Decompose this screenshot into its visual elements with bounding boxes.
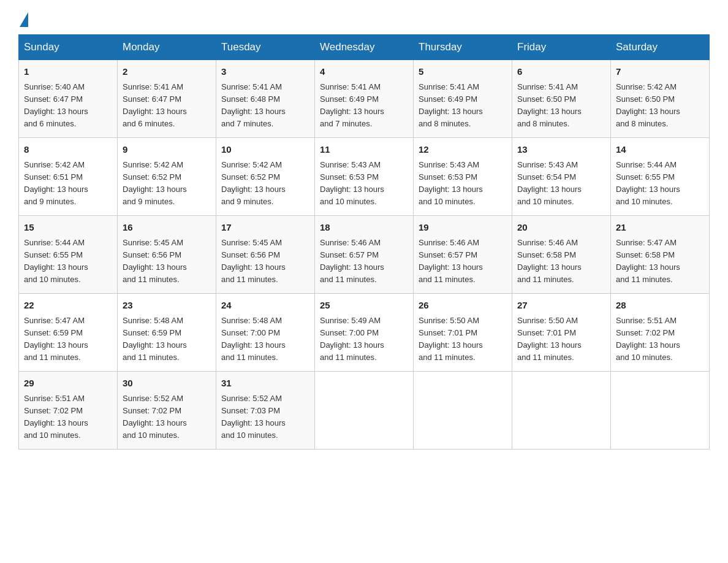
calendar-cell: 1Sunrise: 5:40 AMSunset: 6:47 PMDaylight… <box>19 60 118 138</box>
calendar-cell: 9Sunrise: 5:42 AMSunset: 6:52 PMDaylight… <box>118 138 216 216</box>
calendar-cell: 27Sunrise: 5:50 AMSunset: 7:01 PMDayligh… <box>512 294 611 372</box>
day-number: 31 <box>221 377 309 391</box>
calendar-cell: 22Sunrise: 5:47 AMSunset: 6:59 PMDayligh… <box>19 294 118 372</box>
day-info: Sunrise: 5:40 AMSunset: 6:47 PMDaylight:… <box>24 81 112 131</box>
day-number: 18 <box>320 221 408 235</box>
day-info: Sunrise: 5:41 AMSunset: 6:49 PMDaylight:… <box>320 81 408 131</box>
calendar-cell: 28Sunrise: 5:51 AMSunset: 7:02 PMDayligh… <box>611 294 710 372</box>
calendar-week-row: 22Sunrise: 5:47 AMSunset: 6:59 PMDayligh… <box>19 294 710 372</box>
calendar-cell: 31Sunrise: 5:52 AMSunset: 7:03 PMDayligh… <box>216 372 315 450</box>
day-info: Sunrise: 5:48 AMSunset: 6:59 PMDaylight:… <box>123 315 211 364</box>
day-number: 15 <box>24 221 112 235</box>
day-number: 2 <box>123 65 211 79</box>
day-number: 3 <box>221 65 309 79</box>
day-info: Sunrise: 5:46 AMSunset: 6:58 PMDaylight:… <box>517 237 605 286</box>
day-info: Sunrise: 5:49 AMSunset: 7:00 PMDaylight:… <box>320 315 408 364</box>
day-number: 8 <box>24 143 112 157</box>
weekday-header-monday: Monday <box>118 35 216 60</box>
day-info: Sunrise: 5:51 AMSunset: 7:02 PMDaylight:… <box>616 315 704 364</box>
day-info: Sunrise: 5:50 AMSunset: 7:01 PMDaylight:… <box>419 315 507 364</box>
day-info: Sunrise: 5:43 AMSunset: 6:53 PMDaylight:… <box>419 159 507 209</box>
calendar-cell: 23Sunrise: 5:48 AMSunset: 6:59 PMDayligh… <box>118 294 216 372</box>
day-number: 19 <box>419 221 507 235</box>
weekday-header-row: SundayMondayTuesdayWednesdayThursdayFrid… <box>19 35 710 60</box>
calendar-cell: 7Sunrise: 5:42 AMSunset: 6:50 PMDaylight… <box>611 60 710 138</box>
calendar-week-row: 8Sunrise: 5:42 AMSunset: 6:51 PMDaylight… <box>19 138 710 216</box>
calendar-cell: 19Sunrise: 5:46 AMSunset: 6:57 PMDayligh… <box>414 216 512 294</box>
day-number: 5 <box>419 65 507 79</box>
day-number: 22 <box>24 299 112 313</box>
day-info: Sunrise: 5:50 AMSunset: 7:01 PMDaylight:… <box>517 315 605 364</box>
day-number: 6 <box>517 65 605 79</box>
calendar-cell: 30Sunrise: 5:52 AMSunset: 7:02 PMDayligh… <box>118 372 216 450</box>
calendar-cell: 6Sunrise: 5:41 AMSunset: 6:50 PMDaylight… <box>512 60 611 138</box>
day-number: 12 <box>419 143 507 157</box>
day-info: Sunrise: 5:42 AMSunset: 6:52 PMDaylight:… <box>221 159 309 209</box>
day-number: 26 <box>419 299 507 313</box>
day-number: 29 <box>24 377 112 391</box>
day-info: Sunrise: 5:43 AMSunset: 6:53 PMDaylight:… <box>320 159 408 209</box>
day-number: 14 <box>616 143 704 157</box>
day-info: Sunrise: 5:47 AMSunset: 6:59 PMDaylight:… <box>24 315 112 364</box>
calendar-cell: 5Sunrise: 5:41 AMSunset: 6:49 PMDaylight… <box>414 60 512 138</box>
day-number: 9 <box>123 143 211 157</box>
day-info: Sunrise: 5:46 AMSunset: 6:57 PMDaylight:… <box>320 237 408 286</box>
day-info: Sunrise: 5:41 AMSunset: 6:48 PMDaylight:… <box>221 81 309 131</box>
day-info: Sunrise: 5:42 AMSunset: 6:52 PMDaylight:… <box>123 159 211 209</box>
calendar-cell: 2Sunrise: 5:41 AMSunset: 6:47 PMDaylight… <box>118 60 216 138</box>
day-info: Sunrise: 5:42 AMSunset: 6:50 PMDaylight:… <box>616 81 704 131</box>
calendar-week-row: 1Sunrise: 5:40 AMSunset: 6:47 PMDaylight… <box>19 60 710 138</box>
day-number: 30 <box>123 377 211 391</box>
calendar-cell: 29Sunrise: 5:51 AMSunset: 7:02 PMDayligh… <box>19 372 118 450</box>
day-number: 10 <box>221 143 309 157</box>
day-number: 13 <box>517 143 605 157</box>
calendar-cell: 24Sunrise: 5:48 AMSunset: 7:00 PMDayligh… <box>216 294 315 372</box>
day-info: Sunrise: 5:45 AMSunset: 6:56 PMDaylight:… <box>123 237 211 286</box>
day-info: Sunrise: 5:47 AMSunset: 6:58 PMDaylight:… <box>616 237 704 286</box>
day-info: Sunrise: 5:43 AMSunset: 6:54 PMDaylight:… <box>517 159 605 209</box>
calendar-cell: 20Sunrise: 5:46 AMSunset: 6:58 PMDayligh… <box>512 216 611 294</box>
day-number: 11 <box>320 143 408 157</box>
weekday-header-thursday: Thursday <box>414 35 512 60</box>
calendar-cell: 3Sunrise: 5:41 AMSunset: 6:48 PMDaylight… <box>216 60 315 138</box>
calendar-cell: 15Sunrise: 5:44 AMSunset: 6:55 PMDayligh… <box>19 216 118 294</box>
day-info: Sunrise: 5:44 AMSunset: 6:55 PMDaylight:… <box>616 159 704 209</box>
calendar-cell: 10Sunrise: 5:42 AMSunset: 6:52 PMDayligh… <box>216 138 315 216</box>
calendar-cell <box>611 372 710 450</box>
day-info: Sunrise: 5:45 AMSunset: 6:56 PMDaylight:… <box>221 237 309 286</box>
day-number: 24 <box>221 299 309 313</box>
day-info: Sunrise: 5:41 AMSunset: 6:50 PMDaylight:… <box>517 81 605 131</box>
calendar-cell: 8Sunrise: 5:42 AMSunset: 6:51 PMDaylight… <box>19 138 118 216</box>
calendar-cell <box>315 372 414 450</box>
weekday-header-friday: Friday <box>512 35 611 60</box>
day-info: Sunrise: 5:44 AMSunset: 6:55 PMDaylight:… <box>24 237 112 286</box>
day-number: 23 <box>123 299 211 313</box>
day-number: 27 <box>517 299 605 313</box>
logo-triangle-icon <box>20 12 28 27</box>
day-number: 16 <box>123 221 211 235</box>
weekday-header-tuesday: Tuesday <box>216 35 315 60</box>
day-info: Sunrise: 5:52 AMSunset: 7:03 PMDaylight:… <box>221 393 309 442</box>
calendar-cell: 16Sunrise: 5:45 AMSunset: 6:56 PMDayligh… <box>118 216 216 294</box>
weekday-header-wednesday: Wednesday <box>315 35 414 60</box>
calendar-cell: 25Sunrise: 5:49 AMSunset: 7:00 PMDayligh… <box>315 294 414 372</box>
header <box>18 12 710 22</box>
weekday-header-sunday: Sunday <box>19 35 118 60</box>
day-number: 25 <box>320 299 408 313</box>
calendar-cell: 26Sunrise: 5:50 AMSunset: 7:01 PMDayligh… <box>414 294 512 372</box>
day-number: 4 <box>320 65 408 79</box>
day-info: Sunrise: 5:48 AMSunset: 7:00 PMDaylight:… <box>221 315 309 364</box>
day-number: 21 <box>616 221 704 235</box>
day-info: Sunrise: 5:46 AMSunset: 6:57 PMDaylight:… <box>419 237 507 286</box>
calendar-cell: 4Sunrise: 5:41 AMSunset: 6:49 PMDaylight… <box>315 60 414 138</box>
logo <box>18 12 28 22</box>
calendar-table: SundayMondayTuesdayWednesdayThursdayFrid… <box>18 34 710 450</box>
day-info: Sunrise: 5:52 AMSunset: 7:02 PMDaylight:… <box>123 393 211 442</box>
calendar-cell: 11Sunrise: 5:43 AMSunset: 6:53 PMDayligh… <box>315 138 414 216</box>
calendar-cell: 17Sunrise: 5:45 AMSunset: 6:56 PMDayligh… <box>216 216 315 294</box>
day-number: 7 <box>616 65 704 79</box>
day-number: 28 <box>616 299 704 313</box>
calendar-cell: 12Sunrise: 5:43 AMSunset: 6:53 PMDayligh… <box>414 138 512 216</box>
day-number: 20 <box>517 221 605 235</box>
day-number: 1 <box>24 65 112 79</box>
